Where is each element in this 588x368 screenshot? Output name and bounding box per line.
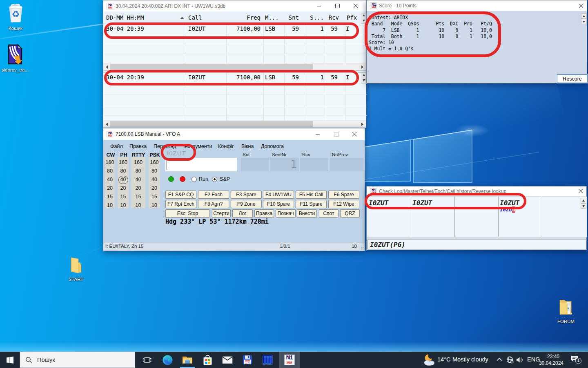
- band-button[interactable]: 10: [105, 202, 115, 208]
- band-button[interactable]: 80: [105, 168, 115, 174]
- band-button[interactable]: 160: [118, 159, 129, 165]
- rcv-input[interactable]: [300, 158, 328, 171]
- taskbar-mail[interactable]: [218, 352, 237, 368]
- spot-button[interactable]: Спот: [319, 209, 339, 218]
- network-globe-icon[interactable]: [506, 356, 514, 364]
- log-column-headers[interactable]: DD-MM HH:MM Call Freq M... Snt S... Rcv …: [103, 11, 366, 24]
- col-header-mode[interactable]: M...: [265, 14, 279, 21]
- band-button[interactable]: 20: [105, 185, 115, 191]
- taskbar-logger-save[interactable]: 51: [238, 352, 257, 368]
- score-window-titlebar[interactable]: N1+MM Score - 10 Points: [367, 0, 587, 11]
- score-vscroll-spinner[interactable]: [581, 13, 587, 25]
- col-header-sn[interactable]: S...: [304, 14, 324, 21]
- close-button[interactable]: [347, 129, 361, 139]
- band-button[interactable]: 20: [118, 185, 129, 191]
- minimize-button[interactable]: [311, 129, 325, 139]
- log-vscroll-stub-1[interactable]: [361, 13, 366, 24]
- log-hscrollbar-upper[interactable]: [103, 63, 366, 70]
- col-header-pfx[interactable]: Pfx: [347, 14, 357, 21]
- sentnr-input[interactable]: 1: [270, 158, 299, 171]
- col-header-snt[interactable]: Snt: [285, 14, 299, 21]
- tray-clock-date[interactable]: 30.04.2024: [536, 360, 564, 366]
- maximize-button[interactable]: [329, 129, 343, 139]
- check-cell-log[interactable]: I0ZUT: [369, 199, 388, 207]
- band-button[interactable]: 15: [131, 194, 145, 200]
- check-vscroll-spinner[interactable]: [581, 198, 586, 209]
- menu-tools[interactable]: Інструменти: [183, 144, 212, 149]
- band-button[interactable]: 80: [149, 168, 160, 174]
- desktop-icon-forum-folder[interactable]: FORUM: [554, 298, 578, 324]
- fkey-f2[interactable]: F2 Exch: [198, 191, 229, 199]
- taskbar-store[interactable]: [198, 352, 217, 368]
- sp-radio-selected[interactable]: [212, 177, 217, 182]
- band-button[interactable]: 15: [149, 194, 160, 200]
- col-header-freq[interactable]: Freq: [226, 14, 261, 21]
- log-button[interactable]: Лог: [232, 209, 253, 218]
- taskbar-search[interactable]: Пошук: [20, 352, 135, 368]
- desktop-icon-recycle-bin[interactable]: ♻ Кошик: [3, 3, 28, 31]
- desktop-icon-start-folder[interactable]: START: [64, 256, 88, 282]
- menu-windows[interactable]: Вікна: [241, 144, 254, 149]
- fkey-f7[interactable]: F7 Rpt Exch: [165, 200, 196, 208]
- taskbar-edge[interactable]: [158, 352, 177, 368]
- band-button[interactable]: 160: [105, 159, 115, 165]
- fkey-f1[interactable]: F1 S&P CQ: [165, 191, 196, 199]
- band-button[interactable]: 10: [118, 202, 129, 208]
- taskbar-file-explorer[interactable]: [178, 352, 197, 368]
- log-window-titlebar[interactable]: N1+MM 30.04.2024 20:40:00Z ARI DX INT - …: [103, 0, 366, 11]
- check-suggestion[interactable]: I0ZUG: [500, 206, 515, 213]
- mark-button[interactable]: Познач: [276, 209, 296, 218]
- close-button[interactable]: [575, 186, 586, 196]
- band-button[interactable]: 10: [149, 202, 160, 208]
- fkey-f11[interactable]: F11 Spare: [296, 200, 327, 208]
- qrz-button[interactable]: QRZ: [340, 209, 360, 218]
- fkey-f6[interactable]: F6 Spare: [328, 191, 359, 199]
- band-button[interactable]: 40: [149, 177, 160, 182]
- task-view-button[interactable]: [137, 352, 157, 368]
- snt-input[interactable]: [241, 158, 269, 171]
- tray-chevron-icon[interactable]: [497, 357, 502, 361]
- fkey-f10[interactable]: F10 Spare: [263, 200, 294, 208]
- band-button[interactable]: 20: [131, 185, 145, 191]
- resize-grip[interactable]: [359, 245, 364, 250]
- band-button[interactable]: 160: [131, 159, 145, 165]
- band-button[interactable]: 80: [118, 168, 129, 174]
- close-button[interactable]: [349, 0, 363, 11]
- desktop-icon-sidorov-file[interactable]: sidorov_tra...: [0, 44, 30, 72]
- fkey-f9[interactable]: F9 Zone: [231, 200, 262, 208]
- band-button[interactable]: 160: [149, 159, 160, 165]
- menu-help[interactable]: Допомога: [261, 144, 284, 149]
- fkey-f5[interactable]: F5 His Call: [296, 191, 327, 199]
- col-header-call[interactable]: Call: [188, 14, 202, 21]
- tray-clock-time[interactable]: 23:40: [535, 354, 559, 359]
- rescore-button[interactable]: Rescore: [557, 74, 588, 83]
- tray-temperature[interactable]: 14°C: [437, 356, 450, 363]
- col-header-datetime[interactable]: DD-MM HH:MM: [106, 14, 144, 21]
- band-button[interactable]: 15: [118, 194, 129, 200]
- start-button[interactable]: [0, 352, 20, 368]
- log-vscroll-stub-2[interactable]: [361, 73, 366, 83]
- band-button[interactable]: 15: [105, 194, 115, 200]
- tray-weather-condition[interactable]: Mostly cloudy: [452, 356, 488, 363]
- menu-file[interactable]: Файл: [110, 144, 123, 149]
- check-cell-master[interactable]: I0ZUT: [412, 199, 432, 207]
- entry-window-titlebar[interactable]: N1+MM 7100,00 LSB Manual - VFO A: [103, 128, 365, 140]
- fkey-f8[interactable]: F8 Agn?: [198, 200, 229, 208]
- weather-icon[interactable]: [423, 354, 435, 366]
- log-hscrollbar-lower[interactable]: [103, 120, 366, 127]
- minimize-button[interactable]: [312, 0, 326, 11]
- fkey-f12[interactable]: F12 Wipe: [328, 200, 359, 208]
- col-header-rcv[interactable]: Rcv: [328, 14, 339, 21]
- band-button[interactable]: 10: [131, 202, 145, 208]
- run-radio[interactable]: [192, 177, 197, 182]
- menu-view[interactable]: Перегляд: [154, 144, 176, 149]
- check-cell-history[interactable]: I0ZUT: [500, 199, 519, 207]
- menu-config[interactable]: Конфіг: [218, 144, 234, 149]
- taskbar-cluster[interactable]: [258, 352, 277, 368]
- esc-stop-button[interactable]: Esc: Stop: [165, 209, 210, 218]
- notification-center-button[interactable]: 1: [571, 355, 580, 365]
- store-button[interactable]: Внести: [297, 209, 317, 218]
- nrprov-input[interactable]: [330, 158, 363, 171]
- band-button[interactable]: 80: [131, 168, 145, 174]
- wipe-button[interactable]: Стерти: [212, 209, 231, 218]
